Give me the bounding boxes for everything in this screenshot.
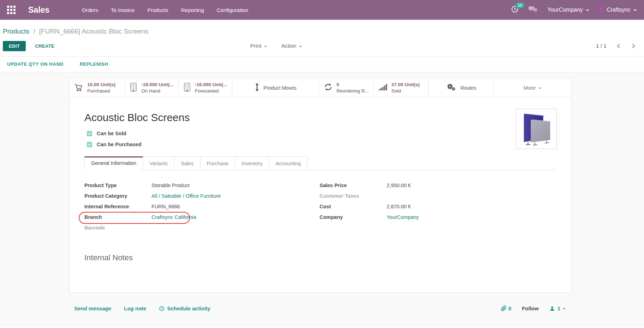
- chevron-down-icon: [539, 88, 542, 89]
- can-be-sold-row: Can be Sold: [87, 131, 556, 136]
- chevron-down-icon: [633, 10, 637, 11]
- stat-label: Reordering R...: [336, 88, 369, 94]
- can-be-sold-label: Can be Sold: [97, 131, 126, 136]
- chevron-down-icon: [264, 46, 267, 47]
- company-name: YourCompany: [547, 7, 583, 13]
- tab-sales[interactable]: Sales: [174, 156, 200, 170]
- breadcrumb: Products / [FURN_6666] Acoustic Bloc Scr…: [0, 20, 644, 35]
- field-label: Cost: [320, 204, 387, 209]
- stat-label: On Hand: [141, 88, 160, 94]
- messages-button[interactable]: [529, 5, 537, 14]
- menu-configuration[interactable]: Configuration: [212, 4, 253, 16]
- followers-dropdown[interactable]: 1: [549, 305, 566, 311]
- field-value: 2,950.00 €: [387, 183, 411, 188]
- send-message-button[interactable]: Send message: [74, 305, 111, 311]
- tab-general-information[interactable]: General Information: [84, 156, 143, 170]
- can-be-purchased-row: Can be Purchased: [87, 142, 556, 147]
- product-category-link[interactable]: All / Saleable / Office Furniture: [151, 193, 221, 199]
- stat-reordering-rules-button[interactable]: 0 Reordering R...: [319, 78, 374, 97]
- tab-variants[interactable]: Variants: [143, 156, 174, 170]
- field-label: Sales Price: [320, 183, 387, 188]
- branch-link[interactable]: Craftsync California: [151, 214, 196, 220]
- company-switcher[interactable]: YourCompany: [547, 7, 589, 13]
- attachments-button[interactable]: 0: [501, 305, 511, 311]
- action-dropdown[interactable]: Action: [281, 43, 302, 49]
- shopping-cart-icon: [74, 83, 83, 93]
- field-label: Product Type: [84, 183, 151, 188]
- can-be-purchased-checkbox[interactable]: [87, 142, 92, 147]
- stat-sold-button[interactable]: 27.00 Unit(s) Sold: [374, 78, 429, 97]
- follow-button[interactable]: Follow: [522, 305, 539, 311]
- building-icon: [130, 83, 137, 93]
- print-dropdown[interactable]: Print: [250, 43, 267, 49]
- can-be-purchased-label: Can be Purchased: [97, 142, 142, 147]
- field-product-type: Product Type Storable Product: [84, 181, 305, 191]
- can-be-sold-checkbox[interactable]: [87, 131, 92, 136]
- person-icon: [549, 306, 555, 311]
- pager-previous-button[interactable]: [615, 43, 622, 49]
- stat-label: Product Moves: [263, 85, 296, 91]
- field-cost: Cost 2,870.00 €: [320, 202, 541, 213]
- stat-label: Routes: [460, 85, 476, 91]
- chevron-down-icon: [299, 46, 302, 47]
- building-icon: [183, 83, 191, 93]
- product-image[interactable]: [516, 109, 557, 149]
- bar-chart-icon: [378, 83, 388, 93]
- stat-forecasted-button[interactable]: -16.000 Unit(... Forecasted: [179, 78, 232, 97]
- attachment-count: 0: [508, 305, 511, 311]
- tab-inventory[interactable]: Inventory: [235, 156, 269, 170]
- check-icon: [88, 143, 91, 146]
- menu-orders[interactable]: Orders: [77, 4, 103, 16]
- chevron-down-icon: [563, 308, 566, 310]
- menu-to-invoice[interactable]: To Invoice: [106, 4, 140, 16]
- stat-value: -16.000 Unit(...: [195, 82, 227, 87]
- stat-purchased-button[interactable]: 10.00 Unit(s) Purchased: [70, 78, 125, 97]
- stat-button-row: 10.00 Unit(s) Purchased: [70, 78, 571, 97]
- stat-product-moves-button[interactable]: Product Moves: [232, 78, 319, 97]
- create-button[interactable]: CREATE: [35, 43, 54, 49]
- schedule-activity-label: Schedule activity: [167, 305, 210, 311]
- stat-routes-button[interactable]: Routes: [429, 78, 494, 97]
- stat-value: 10.00 Unit(s): [87, 82, 115, 87]
- menu-products[interactable]: Products: [143, 4, 173, 16]
- user-menu[interactable]: S Craftsync: [599, 6, 637, 14]
- notebook-tabs: General Information Variants Sales Purch…: [84, 156, 556, 170]
- activities-button[interactable]: 12: [511, 5, 519, 14]
- field-label: Customer Taxes: [320, 193, 387, 199]
- update-qty-on-hand-button[interactable]: UPDATE QTY ON HAND: [7, 61, 64, 67]
- field-value: Storable Product: [151, 183, 190, 188]
- stat-value: 0: [336, 82, 339, 87]
- pager-counter: 1 / 1: [596, 43, 607, 49]
- chevron-down-icon: [586, 10, 589, 11]
- control-panel: Products / [FURN_6666] Acoustic Bloc Scr…: [0, 20, 644, 72]
- app-name[interactable]: Sales: [28, 5, 49, 15]
- breadcrumb-separator: /: [31, 28, 37, 35]
- pager-next-button[interactable]: [630, 43, 637, 49]
- field-branch: Branch Craftsync California: [84, 213, 305, 223]
- stat-on-hand-button[interactable]: -16.000 Unit(... On Hand: [125, 78, 179, 97]
- clock-icon: [159, 306, 165, 311]
- field-label: Branch: [84, 214, 151, 220]
- field-internal-reference: Internal Reference FURN_6666: [84, 202, 305, 213]
- stat-label: Sold: [392, 88, 401, 94]
- schedule-activity-button[interactable]: Schedule activity: [159, 305, 210, 311]
- replenish-button[interactable]: REPLENISH: [80, 61, 108, 67]
- more-dropdown[interactable]: More: [494, 78, 571, 97]
- menu-reporting[interactable]: Reporting: [176, 4, 209, 16]
- edit-button[interactable]: EDIT: [3, 41, 26, 51]
- arrows-vertical-icon: [255, 83, 260, 93]
- gears-icon: [446, 83, 457, 93]
- apps-menu-icon[interactable]: [7, 6, 16, 14]
- field-value: 2,870.00 €: [387, 204, 411, 209]
- log-note-button[interactable]: Log note: [124, 305, 146, 311]
- tab-purchase[interactable]: Purchase: [201, 156, 235, 170]
- chat-bubbles-icon: [529, 5, 537, 14]
- tab-accounting[interactable]: Accounting: [269, 156, 308, 170]
- product-form-card: 10.00 Unit(s) Purchased: [69, 78, 571, 293]
- follower-count: 1: [557, 305, 560, 311]
- company-link[interactable]: YourCompany: [387, 214, 419, 220]
- field-group-right: Sales Price 2,950.00 € Customer Taxes Co…: [320, 181, 541, 234]
- breadcrumb-products-link[interactable]: Products: [3, 28, 29, 35]
- form-view-background: 10.00 Unit(s) Purchased: [0, 72, 644, 327]
- field-company: Company YourCompany: [320, 213, 541, 223]
